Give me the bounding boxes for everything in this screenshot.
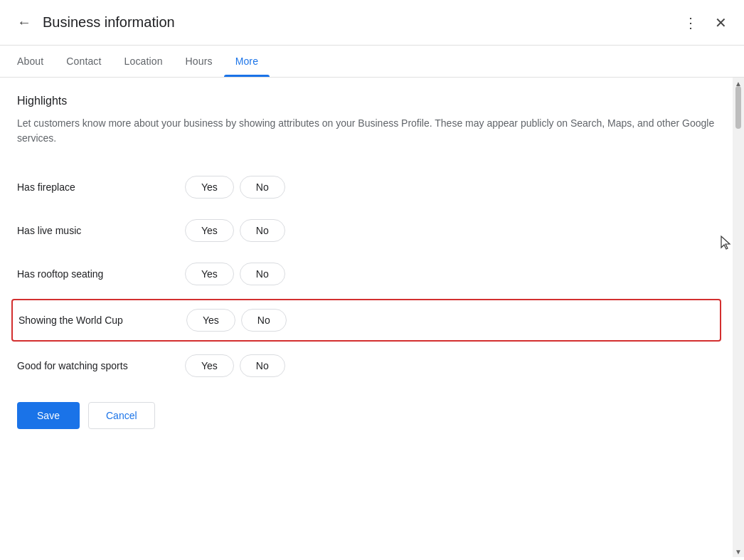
- fireplace-no-button[interactable]: No: [240, 176, 285, 199]
- header: ← Business information ⋮ ✕: [0, 0, 744, 46]
- btn-group-watching-sports: Yes No: [185, 354, 285, 377]
- more-icon: ⋮: [684, 14, 698, 31]
- attribute-row-world-cup: Showing the World Cup Yes No: [18, 309, 714, 332]
- tabs-bar: About Contact Location Hours More: [0, 46, 744, 78]
- save-button[interactable]: Save: [17, 402, 80, 429]
- section-description: Let customers know more about your busin…: [17, 116, 716, 146]
- attribute-label-rooftop: Has rooftop seating: [17, 268, 174, 280]
- btn-group-fireplace: Yes No: [185, 176, 285, 199]
- world-cup-no-button[interactable]: No: [241, 309, 287, 332]
- header-actions: ⋮ ✕: [678, 9, 733, 37]
- btn-group-world-cup: Yes No: [186, 309, 287, 332]
- tab-contact[interactable]: Contact: [55, 46, 112, 77]
- world-cup-yes-button[interactable]: Yes: [186, 309, 235, 332]
- live-music-yes-button[interactable]: Yes: [185, 219, 234, 242]
- cancel-button[interactable]: Cancel: [88, 402, 155, 429]
- rooftop-no-button[interactable]: No: [240, 263, 285, 285]
- more-options-button[interactable]: ⋮: [678, 9, 703, 37]
- attribute-label-live-music: Has live music: [17, 225, 174, 236]
- attribute-label-watching-sports: Good for watching sports: [17, 360, 174, 371]
- rooftop-yes-button[interactable]: Yes: [185, 263, 234, 285]
- attribute-row-fireplace: Has fireplace Yes No: [17, 166, 716, 209]
- content-area: Highlights Let customers know more about…: [0, 78, 733, 557]
- close-icon: ✕: [715, 14, 727, 31]
- btn-group-rooftop: Yes No: [185, 263, 285, 285]
- attribute-row-world-cup-highlighted: Showing the World Cup Yes No: [11, 299, 721, 342]
- back-icon: ←: [17, 14, 31, 31]
- close-button[interactable]: ✕: [709, 9, 733, 37]
- scrollbar-down-arrow[interactable]: ▼: [733, 546, 744, 557]
- section-title: Highlights: [17, 95, 716, 107]
- scrollbar-track[interactable]: ▲ ▼: [733, 78, 744, 557]
- back-button[interactable]: ←: [11, 9, 37, 36]
- live-music-no-button[interactable]: No: [240, 219, 285, 242]
- main-container: Highlights Let customers know more about…: [0, 78, 744, 557]
- attribute-label-fireplace: Has fireplace: [17, 181, 174, 193]
- attribute-row-watching-sports: Good for watching sports Yes No: [17, 344, 716, 388]
- bottom-buttons: Save Cancel: [17, 393, 716, 429]
- fireplace-yes-button[interactable]: Yes: [185, 176, 234, 199]
- page-title: Business information: [43, 14, 678, 31]
- tab-about[interactable]: About: [6, 46, 55, 77]
- scrollbar-thumb[interactable]: [735, 86, 741, 129]
- tab-more[interactable]: More: [224, 46, 270, 77]
- attribute-row-live-music: Has live music Yes No: [17, 209, 716, 253]
- attribute-row-rooftop: Has rooftop seating Yes No: [17, 253, 716, 296]
- tab-location[interactable]: Location: [113, 46, 174, 77]
- watching-sports-no-button[interactable]: No: [240, 354, 285, 377]
- tab-hours[interactable]: Hours: [174, 46, 224, 77]
- watching-sports-yes-button[interactable]: Yes: [185, 354, 234, 377]
- attribute-label-world-cup: Showing the World Cup: [18, 315, 175, 326]
- btn-group-live-music: Yes No: [185, 219, 285, 242]
